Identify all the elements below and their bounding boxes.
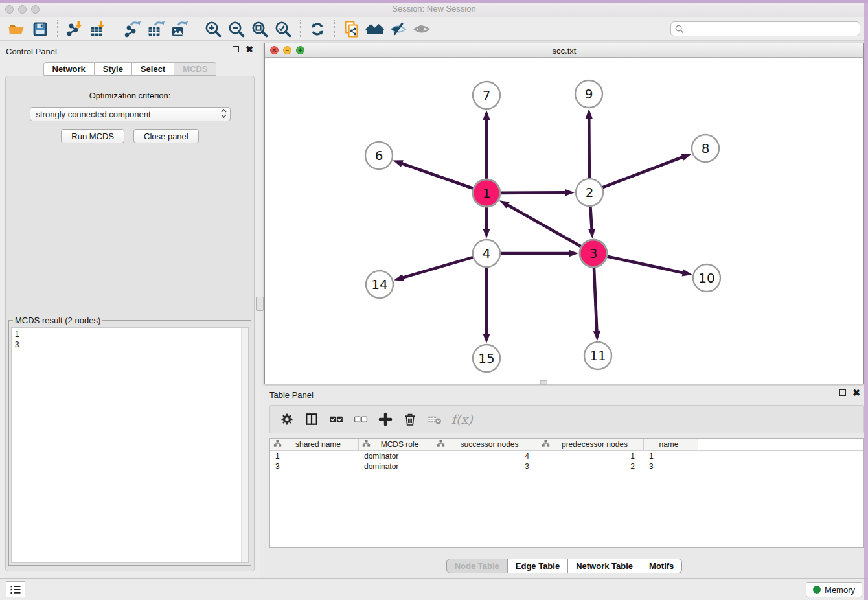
zoom-fit-icon <box>251 20 269 38</box>
graph-edge-2-9[interactable] <box>589 119 589 178</box>
graph-edge-3-10[interactable] <box>607 257 682 273</box>
tab-motifs[interactable]: Motifs <box>641 559 682 573</box>
graph-node-label-15: 15 <box>478 351 494 366</box>
toolbar-separator <box>334 20 335 38</box>
criterion-select[interactable]: strongly connected component <box>30 107 231 121</box>
unselect-all-columns-button[interactable] <box>350 409 371 430</box>
network-canvas[interactable]: 7968124314101511 <box>265 58 863 384</box>
hide-graphics-details-button[interactable] <box>387 19 410 40</box>
column-tree-icon <box>362 439 371 448</box>
refresh-layout-button[interactable] <box>306 19 329 40</box>
birdseye-view-button[interactable] <box>410 19 433 40</box>
delete-column-button[interactable] <box>400 409 420 430</box>
table-cell[interactable]: 4 <box>433 451 538 461</box>
select-all-columns-button[interactable] <box>326 409 347 430</box>
graph-edge-4-14[interactable] <box>403 257 472 277</box>
export-table-button[interactable] <box>144 19 167 40</box>
tab-select[interactable]: Select <box>132 62 174 76</box>
mcds-result-fieldset: MCDS result (2 nodes) 1 3 <box>8 316 251 566</box>
table-row[interactable]: 3dominator323 <box>270 461 863 472</box>
graph-edge-3-11[interactable] <box>594 268 597 331</box>
horizontal-divider-grip[interactable] <box>540 380 547 385</box>
window-title: Session: New Session <box>0 4 868 14</box>
run-mcds-button[interactable]: Run MCDS <box>61 129 124 143</box>
column-header-shared-name[interactable]: shared name <box>270 439 359 450</box>
save-session-button[interactable] <box>29 19 52 40</box>
zoom-selected-button[interactable] <box>271 19 295 40</box>
checked-boxes-icon <box>328 411 345 427</box>
graph-node-label-6: 6 <box>375 148 383 163</box>
graph-edge-1-2[interactable] <box>501 192 565 193</box>
new-network-from-selection-button[interactable] <box>340 19 363 40</box>
column-header-name[interactable]: name <box>644 439 698 450</box>
table-cell[interactable]: 2 <box>538 461 644 472</box>
column-header-label: name <box>644 440 698 449</box>
graph-node-label-1: 1 <box>483 185 491 201</box>
export-image-button[interactable] <box>167 19 190 40</box>
graph-edge-3-1[interactable] <box>508 205 581 247</box>
table-cell[interactable]: 1 <box>538 451 644 461</box>
network-window-titlebar[interactable]: ✕ − + scc.txt <box>265 43 863 58</box>
memory-button[interactable]: Memory <box>806 582 862 597</box>
tab-style[interactable]: Style <box>95 62 132 76</box>
mcds-result-textarea[interactable]: 1 3 <box>11 327 249 563</box>
unchecked-boxes-icon <box>352 411 369 427</box>
save-floppy-icon <box>32 21 49 38</box>
tab-network-table[interactable]: Network Table <box>568 559 641 573</box>
table-cell[interactable]: dominator <box>359 461 433 472</box>
tab-mcds[interactable]: MCDS <box>174 62 216 76</box>
table-cell[interactable]: 3 <box>433 461 538 472</box>
table-cell[interactable]: 1 <box>644 451 698 461</box>
memory-status-icon <box>813 586 821 594</box>
panel-divider-grip[interactable] <box>256 297 264 311</box>
close-panel-button[interactable]: Close panel <box>133 129 199 143</box>
table-row[interactable]: 1dominator411 <box>270 451 863 461</box>
column-header-label: predecessor nodes <box>550 440 643 449</box>
column-header-predecessor-nodes[interactable]: predecessor nodes <box>538 439 644 450</box>
optimization-criterion-label: Optimization criterion: <box>6 91 254 100</box>
graph-edge-arrowhead <box>565 189 575 196</box>
close-panel-icon[interactable]: ✖ <box>246 46 253 52</box>
delete-table-button[interactable] <box>424 409 445 430</box>
import-table-button[interactable] <box>86 19 109 40</box>
zoom-out-button[interactable] <box>225 19 248 40</box>
table-cell[interactable]: 3 <box>644 461 698 472</box>
table-settings-button[interactable] <box>277 409 297 430</box>
zoom-in-button[interactable] <box>201 19 225 40</box>
function-builder-button[interactable]: f(x) <box>451 412 473 426</box>
open-session-button[interactable] <box>5 19 29 40</box>
graph-node-label-8: 8 <box>702 141 710 156</box>
tab-network[interactable]: Network <box>43 62 95 76</box>
network-graph[interactable]: 7968124314101511 <box>265 58 863 384</box>
titlebar: Session: New Session <box>0 0 868 17</box>
graph-node-label-14: 14 <box>371 277 387 292</box>
tab-node-table[interactable]: Node Table <box>446 559 508 573</box>
table-close-panel-icon[interactable]: ✖ <box>852 389 860 396</box>
result-scrollbar[interactable] <box>241 328 248 562</box>
network-window-title: scc.txt <box>265 46 863 56</box>
table-cell[interactable]: dominator <box>359 451 433 461</box>
search-input[interactable] <box>687 25 856 34</box>
table-cell[interactable]: 3 <box>270 461 359 472</box>
tab-edge-table[interactable]: Edge Table <box>508 559 568 573</box>
show-task-history-button[interactable] <box>6 581 25 597</box>
import-network-button[interactable] <box>63 19 86 40</box>
table-float-panel-icon[interactable] <box>839 389 846 396</box>
graph-edge-1-6[interactable] <box>402 164 473 189</box>
export-network-button[interactable] <box>120 19 144 40</box>
graph-edge-arrowhead <box>569 249 578 257</box>
graph-edge-2-3[interactable] <box>590 207 591 229</box>
graph-edge-arrowhead <box>593 331 600 341</box>
export-network-icon <box>123 20 141 38</box>
zoom-fit-button[interactable] <box>248 19 271 40</box>
graph-node-label-4: 4 <box>483 246 491 261</box>
column-header-label: MCDS role <box>371 440 433 449</box>
create-column-button[interactable] <box>375 409 396 430</box>
graph-edge-2-8[interactable] <box>603 157 683 187</box>
toggle-column-view-button[interactable] <box>301 409 322 430</box>
column-header-MCDS-role[interactable]: MCDS role <box>359 439 433 450</box>
float-panel-icon[interactable] <box>233 46 239 52</box>
column-header-successor-nodes[interactable]: successor nodes <box>433 439 538 450</box>
home-layout-button[interactable] <box>363 19 387 40</box>
table-cell[interactable]: 1 <box>270 451 359 461</box>
